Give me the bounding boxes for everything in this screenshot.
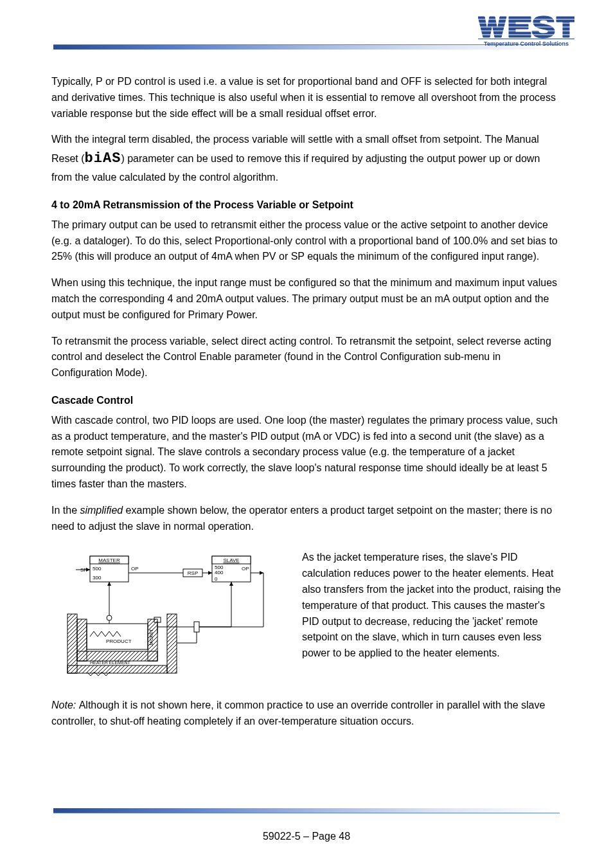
svg-marker-15	[260, 571, 263, 575]
svg-marker-10	[208, 571, 212, 575]
label-jacket: JACKET	[149, 629, 154, 647]
vessel: PRODUCT JACKET HEATER ELEMENT	[67, 614, 177, 676]
para-overshoot-inhibition: Typically, P or PD control is used i.e. …	[51, 74, 562, 122]
svg-point-25	[107, 615, 112, 620]
para-retrans-2: When using this technique, the input ran…	[51, 275, 562, 323]
svg-rect-31	[67, 665, 167, 673]
para-cascade-1: With cascade control, two PID loops are …	[51, 413, 562, 493]
footer-page-number: 59022-5 – Page 48	[53, 831, 560, 842]
label-product: PRODUCT	[106, 638, 132, 644]
label-op2: OP	[242, 566, 249, 572]
para-retrans-1: The primary output can be used to retran…	[51, 217, 562, 265]
footer-divider	[53, 808, 560, 813]
para-retrans-3: To retransmit the process variable, sele…	[51, 334, 562, 381]
em-simplified: simplified	[80, 505, 123, 516]
label-s-mid: 400	[215, 570, 224, 575]
svg-marker-8	[86, 568, 90, 572]
label-m-top: 500	[93, 566, 102, 572]
label-slave: SLAVE	[223, 557, 239, 563]
label-op1: OP	[131, 566, 139, 572]
label-s-bot: 0	[215, 576, 218, 582]
svg-rect-32	[67, 614, 77, 673]
note-override: Note: Although it is not shown here, it …	[51, 698, 562, 730]
para-cascade-example: In the simplified example shown below, t…	[51, 503, 562, 535]
label-heater: HEATER ELEMENT	[90, 660, 131, 665]
brand-logo: Temperature Control Solutions	[478, 15, 574, 47]
note-text: Although it is not shown here, it common…	[51, 700, 545, 727]
svg-marker-24	[107, 582, 111, 586]
heading-retransmission: 4 to 20mA Retransmission of the Process …	[51, 197, 562, 213]
label-m-bot: 300	[93, 575, 102, 581]
span: example shown below, the operator enters…	[51, 505, 552, 532]
svg-marker-19	[229, 582, 233, 586]
note-label: Note:	[51, 700, 79, 710]
cascade-control-diagram: MASTER 500 300 SP OP RSP SLAVE 500	[51, 550, 283, 685]
span: In the	[51, 505, 80, 516]
svg-rect-34	[194, 622, 199, 632]
label-master: MASTER	[98, 557, 120, 563]
para-manual-reset: With the integral term disabled, the pro…	[51, 132, 562, 186]
label-rsp: RSP	[188, 570, 198, 576]
segment-code-bias: biAS	[85, 150, 121, 167]
svg-rect-33	[167, 614, 177, 673]
span: ) parameter can be used to remove this i…	[51, 153, 540, 183]
svg-rect-30	[77, 651, 157, 661]
main-content: Typically, P or PD control is used i.e. …	[51, 74, 562, 740]
svg-rect-27	[87, 624, 148, 649]
brand-name	[478, 15, 574, 40]
heading-cascade: Cascade Control	[51, 393, 562, 409]
